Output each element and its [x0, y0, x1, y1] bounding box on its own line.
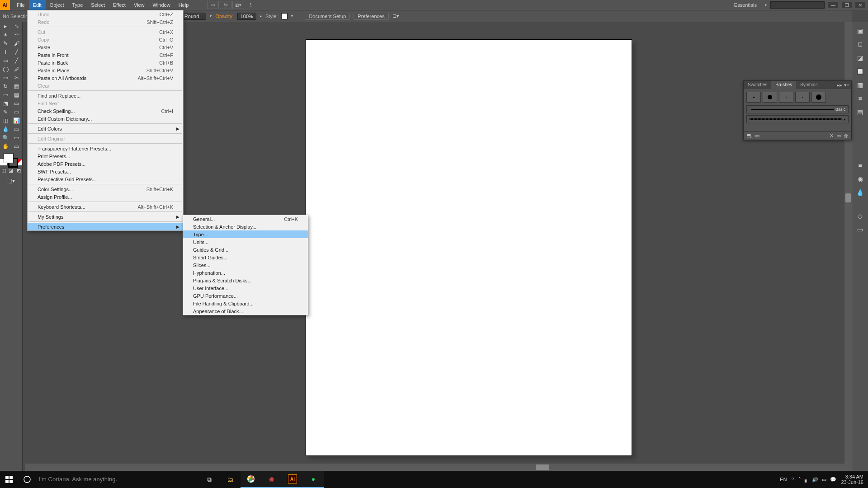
workspace-switcher[interactable]: Essentials: [730, 2, 761, 8]
tool-18[interactable]: ⬔: [0, 99, 11, 108]
panel-tab-brushes[interactable]: Brushes: [771, 81, 796, 89]
start-button[interactable]: [0, 471, 18, 488]
menu-view[interactable]: View: [130, 0, 149, 10]
right-panel-icon-2[interactable]: ◪: [856, 53, 865, 62]
tray-network-icon[interactable]: ▖: [805, 477, 808, 483]
prefs-submenu-item[interactable]: Plug-ins & Scratch Disks...: [183, 277, 308, 284]
brush-opt-icon[interactable]: ✕: [830, 133, 834, 139]
maximize-button[interactable]: ❐: [842, 2, 852, 8]
tool-24[interactable]: 💧: [0, 125, 11, 133]
edit-menu-item[interactable]: Paste in BackCtrl+B: [28, 59, 183, 66]
menu-help[interactable]: Help: [175, 0, 193, 10]
tool-7[interactable]: ╱: [11, 47, 23, 56]
brush-delete-icon[interactable]: 🗑: [844, 133, 849, 139]
lang-indicator[interactable]: EN: [780, 477, 787, 482]
edit-menu-item[interactable]: Edit Colors▶: [28, 125, 183, 132]
tray-action-icon[interactable]: 💬: [830, 477, 836, 483]
menu-effect[interactable]: Effect: [109, 0, 130, 10]
tool-1[interactable]: ⤡: [11, 22, 23, 30]
document-setup-button[interactable]: Document Setup: [305, 13, 350, 20]
clock[interactable]: 3:34 AM 23-Jun-16: [841, 474, 863, 485]
brush-swatch[interactable]: [746, 92, 761, 103]
brush-swatch[interactable]: [811, 92, 826, 103]
edit-menu-item[interactable]: Adobe PDF Presets...: [28, 160, 183, 168]
tool-23[interactable]: 📊: [11, 116, 23, 125]
edit-menu-item[interactable]: Preferences▶: [28, 223, 183, 230]
screen-mode[interactable]: ⬚▾: [0, 176, 22, 185]
right-panel-icon-16[interactable]: ▭: [856, 225, 865, 234]
prefs-submenu-item[interactable]: GPU Performance...: [183, 292, 308, 300]
panel-tab-symbols[interactable]: Symbols: [796, 81, 821, 89]
minimize-button[interactable]: —: [828, 2, 838, 8]
tool-0[interactable]: ▸: [0, 22, 11, 30]
right-panel-icon-5[interactable]: ≡: [856, 94, 865, 103]
taskview-button[interactable]: ⧉: [199, 471, 220, 488]
right-panel-icon-12[interactable]: ◉: [856, 174, 865, 183]
doc-btn-1[interactable]: ▭: [207, 1, 219, 9]
tool-25[interactable]: ▭: [11, 125, 23, 133]
menu-object[interactable]: Object: [46, 0, 68, 10]
menu-file[interactable]: File: [13, 0, 29, 10]
panel-menu-icon[interactable]: ▾≡: [844, 82, 849, 88]
menu-select[interactable]: Select: [87, 0, 109, 10]
brush-basic-row[interactable]: Basic: [746, 105, 849, 113]
tray-chevron-icon[interactable]: ˄: [798, 477, 801, 483]
doc-btn-4[interactable]: ⟆: [245, 1, 257, 9]
tool-6[interactable]: T: [0, 47, 11, 56]
tool-28[interactable]: ✋: [0, 142, 11, 150]
edit-menu-item[interactable]: Paste in FrontCtrl+F: [28, 51, 183, 59]
tool-4[interactable]: ✎: [0, 39, 11, 47]
edit-menu-item[interactable]: My Settings▶: [28, 213, 183, 221]
edit-menu-item[interactable]: SWF Presets...: [28, 168, 183, 175]
tool-11[interactable]: 🖊: [11, 65, 23, 73]
edit-menu-item[interactable]: Edit Custom Dictionary...: [28, 115, 183, 122]
prefs-submenu-item[interactable]: Units...: [183, 238, 308, 246]
tool-22[interactable]: ◫: [0, 116, 11, 125]
align-icon[interactable]: ⊟▾: [392, 13, 399, 19]
prefs-submenu-item[interactable]: Type...: [183, 230, 308, 238]
right-panel-icon-0[interactable]: ▣: [856, 26, 865, 35]
opacity-input[interactable]: 100%: [237, 13, 256, 20]
tool-27[interactable]: ▭: [11, 133, 23, 142]
edit-menu-item[interactable]: PasteCtrl+V: [28, 43, 183, 51]
search-input[interactable]: [770, 1, 825, 9]
tool-29[interactable]: ▭: [11, 142, 23, 150]
prefs-submenu-item[interactable]: Smart Guides...: [183, 253, 308, 261]
tray-battery-icon[interactable]: ▭: [822, 477, 826, 483]
taskbar-app-generic[interactable]: ◉: [261, 471, 282, 488]
preferences-button[interactable]: Preferences: [354, 13, 388, 20]
brush-swatch[interactable]: [795, 92, 810, 103]
edit-menu-item[interactable]: Find and Replace...: [28, 92, 183, 99]
right-panel-icon-15[interactable]: ◇: [856, 211, 865, 221]
taskbar-app-spotify[interactable]: ●: [303, 471, 324, 488]
tool-8[interactable]: ▭: [0, 56, 11, 65]
prefs-submenu-item[interactable]: Appearance of Black...: [183, 307, 308, 315]
tool-9[interactable]: ╱: [11, 56, 23, 65]
tool-17[interactable]: ▤: [11, 90, 23, 99]
panel-collapse-icon[interactable]: ▸▸: [837, 82, 842, 88]
tool-12[interactable]: ▭: [0, 73, 11, 82]
tool-2[interactable]: ✶: [0, 30, 11, 39]
edit-menu-item[interactable]: Check Spelling...Ctrl+I: [28, 107, 183, 115]
right-panel-icon-4[interactable]: ▦: [856, 80, 865, 89]
edit-menu-item[interactable]: Color Settings...Shift+Ctrl+K: [28, 185, 183, 193]
edit-menu-item[interactable]: Perspective Grid Presets...: [28, 175, 183, 183]
panel-tab-swatches[interactable]: Swatches: [744, 81, 771, 89]
prefs-submenu-item[interactable]: General...Ctrl+K: [183, 215, 308, 223]
right-panel-icon-3[interactable]: 🔲: [856, 67, 865, 76]
taskbar-app-chrome[interactable]: [241, 471, 261, 488]
cortana-icon[interactable]: [18, 471, 36, 488]
edit-menu-item[interactable]: Assign Profile...: [28, 193, 183, 201]
tool-14[interactable]: ↻: [0, 82, 11, 90]
doc-btn-3[interactable]: ▥▾: [232, 1, 244, 9]
tool-10[interactable]: ◯: [0, 65, 11, 73]
doc-btn-2[interactable]: St: [220, 1, 231, 9]
prefs-submenu-item[interactable]: Hyphenation...: [183, 269, 308, 277]
brush-stroke-row[interactable]: ▾: [746, 115, 849, 123]
edit-menu-item[interactable]: Transparency Flattener Presets...: [28, 145, 183, 152]
brush-swatch[interactable]: [763, 92, 777, 103]
edit-menu-item[interactable]: Keyboard Shortcuts...Alt+Shift+Ctrl+K: [28, 203, 183, 211]
close-button[interactable]: ✕: [855, 2, 865, 8]
tool-5[interactable]: 🖌: [11, 39, 23, 47]
menu-type[interactable]: Type: [68, 0, 87, 10]
